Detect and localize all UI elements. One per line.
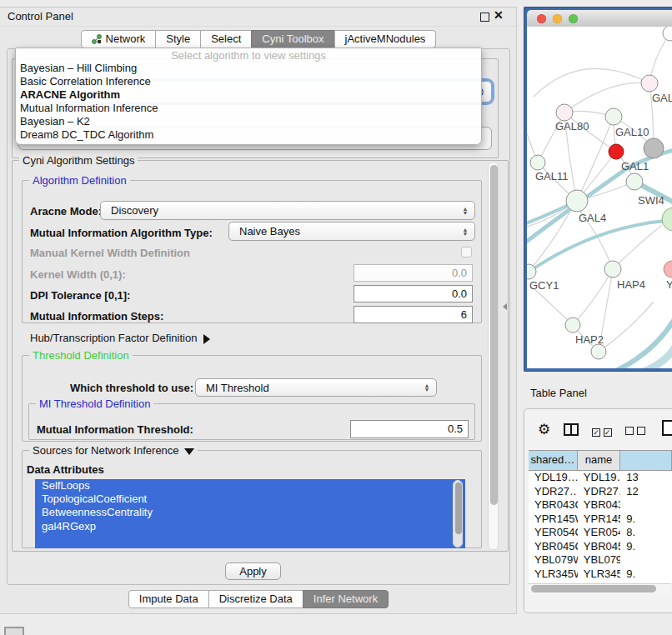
table-row[interactable]: YER054CYER054C8. xyxy=(529,526,672,540)
splitter-handle[interactable] xyxy=(503,303,507,310)
attributes-scrollbar[interactable] xyxy=(453,480,463,548)
tab-style[interactable]: Style xyxy=(155,30,201,48)
node-hap4[interactable] xyxy=(604,261,621,278)
network-edge[interactable] xyxy=(527,220,672,277)
tab-cyni-toolbox[interactable]: Cyni Toolbox xyxy=(251,30,334,48)
column-header-name[interactable]: name xyxy=(578,451,620,470)
table-cell: 9. xyxy=(620,540,672,554)
table-horizontal-scrollbar-thumb[interactable] xyxy=(531,585,656,592)
node-table: shared…nameYDL19…YDL19…13YDR27…YDR27…12Y… xyxy=(529,450,672,583)
table-row[interactable]: YBR043CYBR043C xyxy=(529,498,672,512)
table-row[interactable]: YDL19…YDL19…13 xyxy=(529,471,672,485)
threshold-definition-title: Threshold Definition xyxy=(29,349,133,362)
network-edge[interactable] xyxy=(564,82,649,112)
node-label-gal1: GAL1 xyxy=(621,160,649,172)
gear-icon[interactable]: ⚙ xyxy=(538,421,550,438)
network-edge[interactable] xyxy=(573,269,613,325)
mi-type-combobox[interactable]: Naive Bayes ▲▼ xyxy=(228,222,475,241)
minimize-traffic-light-icon[interactable] xyxy=(553,14,562,23)
float-window-icon[interactable] xyxy=(480,12,489,22)
network-edge[interactable] xyxy=(613,225,662,269)
split-panel-icon[interactable] xyxy=(564,423,579,436)
minimized-panel-icon[interactable] xyxy=(4,627,24,635)
table-cell: 13 xyxy=(620,471,672,485)
tab-discretize-data[interactable]: Discretize Data xyxy=(208,590,303,608)
node-label-gcy1: GCY1 xyxy=(529,279,559,292)
network-window-titlebar[interactable] xyxy=(527,10,672,27)
tab-infer-network[interactable]: Infer Network xyxy=(303,590,389,608)
node-swi4[interactable] xyxy=(626,173,643,190)
dropdown-item-bayesian-hill-climbing[interactable]: Bayesian – Hill Climbing xyxy=(16,62,481,75)
tab-label: Network xyxy=(106,31,146,48)
node-gal1[interactable] xyxy=(609,144,624,159)
attribute-item-selfloops[interactable]: SelfLoops xyxy=(35,479,465,492)
table-header-row: shared…name xyxy=(529,450,672,471)
node-gal10[interactable] xyxy=(605,108,622,125)
settings-scrollbar-thumb[interactable] xyxy=(490,165,498,505)
data-attributes-list[interactable]: SelfLoopsTopologicalCoefficientBetweenne… xyxy=(35,479,465,548)
which-threshold-combobox[interactable]: MI Threshold ▲▼ xyxy=(195,378,437,397)
node-label-hap4: HAP4 xyxy=(617,278,645,291)
dpi-tolerance-label: DPI Tolerance [0,1]: xyxy=(30,289,130,302)
node-y[interactable] xyxy=(664,261,672,278)
node-hap2[interactable] xyxy=(565,318,580,332)
manual-kernel-checkbox[interactable] xyxy=(461,247,472,258)
node-gal11[interactable] xyxy=(530,155,545,170)
table-row[interactable]: YBR045CYBR045C9. xyxy=(529,540,672,554)
mi-type-label: Mutual Information Algorithm Type: xyxy=(30,227,213,239)
table-row[interactable]: YBL079WYBL079W xyxy=(529,553,672,568)
column-header-shared[interactable]: shared… xyxy=(529,451,578,470)
mi-steps-label: Mutual Information Steps: xyxy=(30,310,163,322)
tab-label: Style xyxy=(166,31,190,48)
node-partial[interactable] xyxy=(662,208,672,231)
close-traffic-light-icon[interactable] xyxy=(537,14,546,23)
table-cell: YER054C xyxy=(578,526,620,540)
table-row[interactable]: YDR27…YDR27…12 xyxy=(529,485,672,499)
node-gal80[interactable] xyxy=(556,104,573,121)
column-header-unnamed[interactable] xyxy=(620,451,672,470)
close-icon[interactable]: ✕ xyxy=(494,8,504,22)
dpi-tolerance-input[interactable]: 0.0 xyxy=(354,285,473,302)
mi-steps-input[interactable]: 6 xyxy=(354,306,473,323)
sources-group-title[interactable]: Sources for Network Inference xyxy=(29,444,198,457)
attribute-item-betweennesscentrality[interactable]: BetweennessCentrality xyxy=(35,506,465,519)
hide-columns-icon[interactable] xyxy=(625,425,645,438)
document-icon[interactable] xyxy=(662,420,672,436)
node-gal4[interactable] xyxy=(566,190,588,212)
node-partial[interactable] xyxy=(591,344,606,359)
hub-definition-toggle[interactable]: Hub/Transcription Factor Definition xyxy=(30,332,210,344)
attribute-item-gal4rgexp[interactable]: gal4RGexp xyxy=(35,520,465,533)
tab-impute-data[interactable]: Impute Data xyxy=(128,590,209,608)
zoom-traffic-light-icon[interactable] xyxy=(569,14,578,23)
tab-network[interactable]: Network xyxy=(81,30,157,48)
node-partial[interactable] xyxy=(644,138,664,158)
node-partial[interactable] xyxy=(663,27,672,41)
node-gal[interactable] xyxy=(641,75,658,92)
dropdown-item-aracne-algorithm[interactable]: ARACNE Algorithm xyxy=(16,88,481,102)
table-cell: YBR045C xyxy=(578,540,620,554)
mi-threshold-input[interactable]: 0.5 xyxy=(350,420,469,438)
dropdown-item-mutual-information-inference[interactable]: Mutual Information Inference xyxy=(16,102,481,115)
manual-kernel-label: Manual Kernel Width Definition xyxy=(30,247,190,259)
tab-label: jActiveMNodules xyxy=(345,31,426,48)
apply-button[interactable]: Apply xyxy=(225,562,281,580)
attribute-item-topologicalcoefficient[interactable]: TopologicalCoefficient xyxy=(35,492,465,506)
table-row[interactable]: YPR145WYPR145W9. xyxy=(529,512,672,527)
network-canvas[interactable]: GALGAL80GAL10GAL1GAL11SWI4GAL4GCY1HAP4YH… xyxy=(527,27,672,368)
table-cell: YBL079W xyxy=(529,553,578,568)
tab-select[interactable]: Select xyxy=(200,30,252,48)
tab-jactivemnodules[interactable]: jActiveMNodules xyxy=(334,30,437,48)
settings-scrollbar[interactable] xyxy=(488,162,499,550)
network-edge[interactable] xyxy=(534,288,573,325)
attributes-scrollbar-thumb[interactable] xyxy=(455,482,462,534)
node-label-swi4: SWI4 xyxy=(638,194,664,207)
dropdown-item-basic-correlation-inference[interactable]: Basic Correlation Inference xyxy=(16,75,481,88)
dropdown-item-bayesian-k2[interactable]: Bayesian – K2 xyxy=(16,115,481,128)
dropdown-item-dream8-dc-tdc-algorithm[interactable]: Dream8 DC_TDC Algorithm xyxy=(16,128,481,142)
show-columns-icon[interactable]: ✓ ✓ xyxy=(592,425,612,438)
table-cell: YLR345W xyxy=(578,568,620,582)
network-edge[interactable] xyxy=(599,302,654,352)
table-row[interactable]: YLR345WYLR345W9. xyxy=(529,568,672,582)
kernel-width-input[interactable]: 0.0 xyxy=(354,264,473,282)
aracne-mode-combobox[interactable]: Discovery ▲▼ xyxy=(100,201,475,220)
